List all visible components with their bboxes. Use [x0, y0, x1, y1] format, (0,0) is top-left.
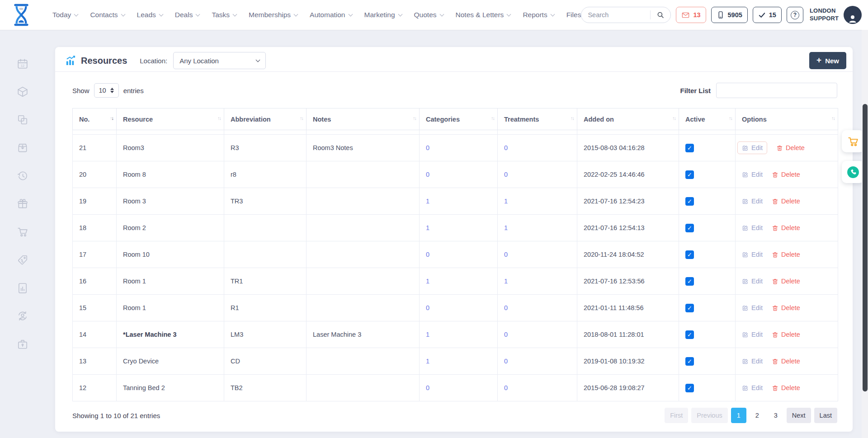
nav-item-today[interactable]: Today	[52, 11, 78, 19]
delete-button[interactable]: Delete	[772, 251, 800, 258]
mail-badge[interactable]: 13	[676, 7, 706, 23]
floating-cart-button[interactable]	[842, 130, 864, 152]
sidebar-item-price-tag[interactable]	[17, 254, 28, 266]
categories-count-link[interactable]: 1	[426, 198, 429, 205]
active-checkbox[interactable]: ✓	[685, 224, 694, 232]
delete-button[interactable]: Delete	[772, 358, 800, 365]
nav-item-reports[interactable]: Reports	[523, 11, 554, 19]
categories-count-link[interactable]: 1	[426, 331, 429, 338]
delete-button[interactable]: Delete	[772, 198, 800, 205]
column-header-active[interactable]: Active↑↓	[679, 108, 736, 130]
edit-button[interactable]: Edit	[742, 304, 763, 311]
column-header-notes[interactable]: Notes↑↓	[307, 108, 420, 130]
avatar[interactable]	[844, 6, 862, 24]
delete-button[interactable]: Delete	[772, 331, 800, 338]
active-checkbox[interactable]: ✓	[685, 277, 694, 286]
treatments-count-link[interactable]: 1	[504, 198, 508, 205]
search-input[interactable]	[581, 11, 650, 19]
pagination-first[interactable]: First	[665, 408, 688, 423]
page-size-select[interactable]: 10	[94, 83, 119, 98]
categories-count-link[interactable]: 0	[426, 384, 429, 391]
pagination-3[interactable]: 3	[768, 408, 783, 423]
scrollbar-thumb[interactable]	[863, 104, 868, 391]
treatments-count-link[interactable]: 0	[504, 251, 508, 258]
nav-item-automation[interactable]: Automation	[310, 11, 352, 19]
delete-button[interactable]: Delete	[772, 278, 800, 285]
column-header-abbreviation[interactable]: Abbreviation↑↓	[224, 108, 307, 130]
delete-button[interactable]: Delete	[772, 224, 800, 231]
location-select[interactable]: Any Location	[173, 52, 266, 69]
filter-list-input[interactable]	[716, 83, 837, 98]
nav-item-files[interactable]: Files	[566, 11, 581, 19]
active-checkbox[interactable]: ✓	[685, 304, 694, 312]
categories-count-link[interactable]: 0	[426, 171, 429, 178]
sidebar-item-cart[interactable]	[17, 226, 28, 238]
nav-item-leads[interactable]: Leads	[137, 11, 163, 19]
column-header-resource[interactable]: Resource↑↓	[117, 108, 224, 130]
app-logo[interactable]	[13, 3, 30, 27]
column-header-no[interactable]: No.↑↓	[73, 108, 117, 130]
treatments-count-link[interactable]: 0	[504, 171, 508, 178]
nav-item-contacts[interactable]: Contacts	[90, 11, 124, 19]
floating-phone-button[interactable]	[842, 161, 864, 183]
pagination-last[interactable]: Last	[814, 408, 837, 423]
treatments-count-link[interactable]: 1	[504, 224, 508, 231]
delete-button[interactable]: Delete	[776, 144, 805, 151]
tasks-badge[interactable]: 15	[753, 7, 782, 23]
active-checkbox[interactable]: ✓	[685, 250, 694, 259]
pagination-2[interactable]: 2	[750, 408, 765, 423]
pagination-1[interactable]: 1	[731, 408, 746, 423]
delete-button[interactable]: Delete	[772, 304, 800, 311]
sidebar-item-redeem[interactable]	[17, 142, 28, 154]
nav-item-deals[interactable]: Deals	[175, 11, 200, 19]
edit-button[interactable]: Edit	[742, 251, 763, 258]
edit-button[interactable]: Edit	[742, 198, 763, 205]
column-header-added-on[interactable]: Added on↑↓	[577, 108, 679, 130]
treatments-count-link[interactable]: 0	[504, 384, 508, 391]
help-button[interactable]: ?	[787, 7, 803, 23]
treatments-count-link[interactable]: 0	[504, 304, 508, 311]
active-checkbox[interactable]: ✓	[685, 170, 694, 179]
column-header-treatments[interactable]: Treatments↑↓	[498, 108, 577, 130]
pagination-previous[interactable]: Previous	[691, 408, 727, 423]
active-checkbox[interactable]: ✓	[685, 357, 694, 366]
pagination-next[interactable]: Next	[787, 408, 811, 423]
edit-button[interactable]: Edit	[742, 278, 763, 285]
nav-item-marketing[interactable]: Marketing	[364, 11, 402, 19]
sidebar-item-calendar[interactable]: 12	[17, 58, 28, 70]
categories-count-link[interactable]: 1	[426, 278, 429, 285]
delete-button[interactable]: Delete	[772, 384, 800, 391]
treatments-count-link[interactable]: 1	[504, 278, 508, 285]
sidebar-item-copy[interactable]	[17, 114, 28, 126]
treatments-count-link[interactable]: 0	[504, 358, 508, 365]
sidebar-item-case-lock[interactable]	[17, 338, 28, 350]
delete-button[interactable]: Delete	[772, 171, 800, 178]
treatments-count-link[interactable]: 0	[504, 331, 508, 338]
edit-button[interactable]: Edit	[742, 171, 763, 178]
active-checkbox[interactable]: ✓	[685, 197, 694, 206]
nav-item-memberships[interactable]: Memberships	[249, 11, 297, 19]
sidebar-item-history[interactable]	[17, 170, 28, 182]
edit-button[interactable]: Edit	[742, 384, 763, 391]
categories-count-link[interactable]: 0	[426, 251, 429, 258]
categories-count-link[interactable]: 1	[426, 224, 429, 231]
search-button[interactable]	[651, 7, 670, 23]
categories-count-link[interactable]: 1	[426, 358, 429, 365]
nav-item-quotes[interactable]: Quotes	[414, 11, 443, 19]
sidebar-item-gift[interactable]	[17, 198, 28, 210]
sidebar-item-account-sync[interactable]	[17, 310, 28, 322]
categories-count-link[interactable]: 0	[426, 304, 429, 311]
nav-item-notes-letters[interactable]: Notes & Letters	[456, 11, 511, 19]
active-checkbox[interactable]: ✓	[685, 144, 694, 152]
sidebar-item-report[interactable]	[17, 282, 28, 294]
active-checkbox[interactable]: ✓	[685, 330, 694, 339]
column-header-categories[interactable]: Categories↑↓	[420, 108, 498, 130]
active-checkbox[interactable]: ✓	[685, 384, 694, 392]
categories-count-link[interactable]: 0	[426, 144, 429, 151]
new-button[interactable]: + New	[809, 52, 846, 69]
edit-button[interactable]: Edit	[742, 331, 763, 338]
scrollbar-track[interactable]	[862, 30, 868, 438]
treatments-count-link[interactable]: 0	[504, 144, 508, 151]
nav-item-tasks[interactable]: Tasks	[212, 11, 236, 19]
edit-button[interactable]: Edit	[742, 224, 763, 231]
